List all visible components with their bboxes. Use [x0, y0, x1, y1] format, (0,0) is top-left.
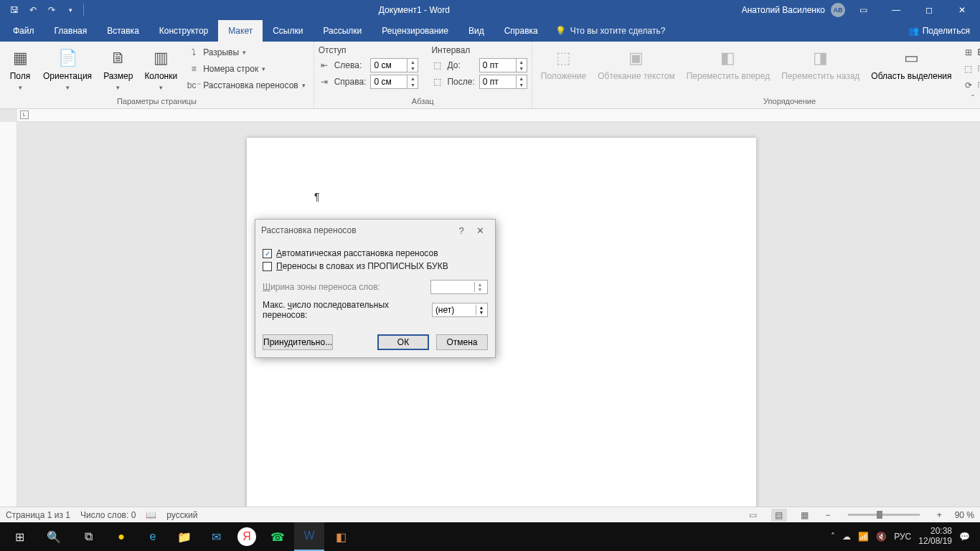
spin-down-icon[interactable]: ▼: [407, 65, 418, 72]
spin-down-icon[interactable]: ▼: [407, 82, 418, 88]
spin-up-icon[interactable]: ▲: [476, 305, 486, 310]
user-avatar[interactable]: АВ: [831, 3, 845, 17]
wifi-icon[interactable]: 📶: [858, 532, 869, 542]
caps-hyphenation-checkbox[interactable]: Переносы в словах из ПРОПИСНЫХ БУКВ: [263, 260, 488, 273]
indent-right-field[interactable]: ▲▼: [370, 75, 418, 89]
collapse-ribbon-icon[interactable]: ˆ: [971, 94, 974, 104]
horizontal-ruler[interactable]: L: [17, 109, 980, 122]
user-name[interactable]: Анатолий Василенко: [742, 5, 825, 15]
explorer-icon[interactable]: 📁: [169, 522, 199, 551]
spin-up-icon[interactable]: ▲: [407, 75, 418, 82]
spacing-after-input[interactable]: [480, 77, 516, 87]
tab-design[interactable]: Конструктор: [149, 20, 218, 42]
share-button[interactable]: 👥Поделиться: [898, 20, 980, 42]
tell-me[interactable]: 💡Что вы хотите сделать?: [555, 20, 666, 42]
bring-forward-button[interactable]: ◧Переместить вперед: [682, 44, 774, 85]
tab-mailings[interactable]: Рассылки: [313, 20, 372, 42]
search-icon[interactable]: 🔍: [37, 522, 70, 551]
tab-references[interactable]: Ссылки: [263, 20, 313, 42]
mail-icon[interactable]: ✉: [201, 522, 231, 551]
indent-left-field[interactable]: ▲▼: [370, 58, 418, 72]
max-consecutive-field[interactable]: ▲▼: [432, 303, 488, 317]
size-button[interactable]: 🗎Размер▾: [99, 44, 137, 94]
clock[interactable]: 20:3812/08/19: [918, 527, 952, 547]
start-button[interactable]: ⊞: [3, 522, 36, 551]
tray-expand-icon[interactable]: ˄: [831, 532, 835, 542]
orientation-button[interactable]: 📄Ориентация▾: [39, 44, 96, 94]
volume-icon[interactable]: 🔇: [876, 532, 887, 542]
indent-right-input[interactable]: [371, 77, 407, 87]
tab-selector[interactable]: L: [20, 110, 29, 119]
document-area[interactable]: ¶: [17, 122, 980, 507]
align-button[interactable]: ⊞Выровнять: [959, 45, 980, 60]
spin-down-icon[interactable]: ▼: [517, 65, 527, 72]
tab-view[interactable]: Вид: [458, 20, 494, 42]
yandex-browser-icon[interactable]: ●: [106, 522, 136, 551]
spin-up-icon[interactable]: ▲: [517, 75, 527, 82]
zoom-thumb[interactable]: [877, 511, 882, 519]
spacing-before-input[interactable]: [480, 60, 516, 70]
spacing-after-field[interactable]: ▲▼: [479, 75, 527, 89]
spin-up-icon[interactable]: ▲: [475, 282, 485, 287]
edge-icon[interactable]: e: [138, 522, 168, 551]
web-layout-icon[interactable]: ▦: [797, 509, 813, 522]
hyphenation-zone-field[interactable]: ▲▼: [430, 280, 488, 294]
cancel-button[interactable]: Отмена: [436, 334, 488, 350]
spin-down-icon[interactable]: ▼: [476, 310, 486, 315]
line-numbers-button[interactable]: ≡Номера строк: [184, 62, 309, 76]
spin-down-icon[interactable]: ▼: [475, 287, 485, 292]
tab-layout[interactable]: Макет: [218, 20, 263, 42]
undo-icon[interactable]: ↶: [24, 1, 42, 19]
margins-button[interactable]: ▦Поля▾: [4, 44, 36, 94]
auto-hyphenation-checkbox[interactable]: ✓ Автоматическая расстановка переносов: [263, 247, 488, 260]
word-taskbar-icon[interactable]: W: [294, 522, 324, 551]
dialog-help-icon[interactable]: ?: [452, 225, 471, 236]
minimize-icon[interactable]: ―: [881, 0, 911, 20]
hyphenation-zone-input[interactable]: [431, 282, 474, 292]
vertical-ruler[interactable]: [0, 122, 17, 507]
zoom-in-icon[interactable]: +: [934, 510, 945, 520]
hyphenation-button[interactable]: bc⁻Расстановка переносов: [184, 78, 309, 93]
max-consecutive-input[interactable]: [433, 305, 476, 315]
indent-left-input[interactable]: [371, 60, 407, 70]
breaks-button[interactable]: ⤵Разрывы: [184, 45, 309, 60]
tab-insert[interactable]: Вставка: [97, 20, 149, 42]
dialog-close-icon[interactable]: ✕: [471, 225, 489, 236]
tab-file[interactable]: Файл: [3, 20, 44, 42]
tab-home[interactable]: Главная: [44, 20, 98, 42]
whatsapp-icon[interactable]: ☎: [263, 522, 293, 551]
maximize-icon[interactable]: ◻: [914, 0, 944, 20]
ok-button[interactable]: ОК: [377, 334, 429, 350]
wrap-text-button[interactable]: ▣Обтекание текстом: [593, 44, 679, 85]
zoom-out-icon[interactable]: −: [823, 510, 834, 520]
close-icon[interactable]: ✕: [947, 0, 977, 20]
spin-up-icon[interactable]: ▲: [407, 59, 418, 65]
language-indicator[interactable]: РУС: [894, 532, 911, 542]
tab-help[interactable]: Справка: [494, 20, 548, 42]
position-button[interactable]: ⬚Положение: [537, 44, 590, 85]
selection-pane-button[interactable]: ▭Область выделения: [867, 44, 956, 85]
read-mode-icon[interactable]: ▭: [745, 509, 761, 522]
zoom-slider[interactable]: [848, 514, 920, 516]
zoom-level[interactable]: 90 %: [955, 510, 974, 520]
spin-down-icon[interactable]: ▼: [517, 82, 527, 88]
cloud-icon[interactable]: ☁: [842, 532, 851, 542]
page-count[interactable]: Страница 1 из 1: [6, 510, 70, 520]
notifications-icon[interactable]: 💬: [959, 532, 970, 542]
language-status[interactable]: русский: [166, 510, 197, 520]
word-count[interactable]: Число слов: 0: [80, 510, 136, 520]
manual-button[interactable]: Принудительно...: [263, 334, 333, 350]
send-backward-button[interactable]: ◨Переместить назад: [777, 44, 864, 85]
spacing-before-field[interactable]: ▲▼: [479, 58, 527, 72]
task-view-icon[interactable]: ⧉: [72, 522, 105, 551]
app-icon[interactable]: ◧: [326, 522, 356, 551]
print-layout-icon[interactable]: ▤: [771, 509, 787, 522]
columns-button[interactable]: ▥Колонки▾: [140, 44, 182, 94]
redo-icon[interactable]: ↷: [43, 1, 60, 19]
tab-review[interactable]: Рецензирование: [372, 20, 458, 42]
save-icon[interactable]: 🖫: [6, 1, 23, 19]
qat-customize-icon[interactable]: ▾: [62, 1, 79, 19]
spellcheck-icon[interactable]: 📖: [146, 510, 156, 520]
yandex-icon[interactable]: Я: [237, 527, 256, 546]
ribbon-display-icon[interactable]: ▭: [848, 0, 878, 20]
